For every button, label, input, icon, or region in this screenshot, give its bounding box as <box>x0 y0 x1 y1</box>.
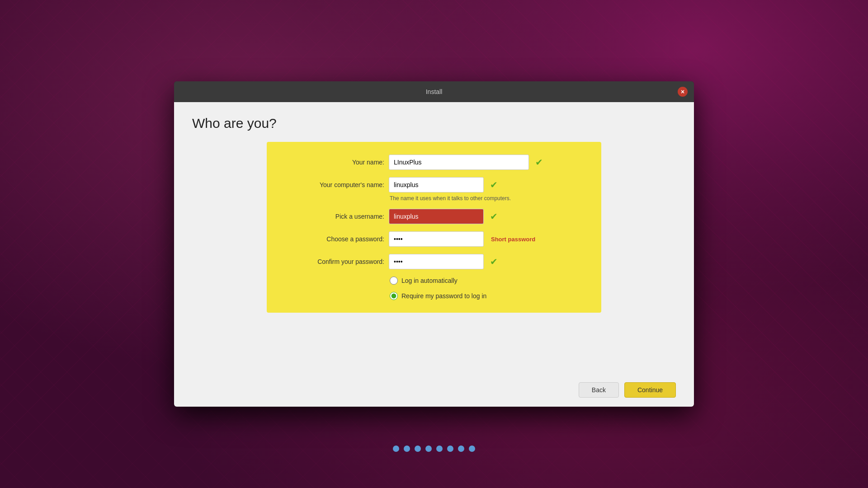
computer-name-row: Your computer's name: ✔ <box>294 177 574 192</box>
progress-dot-6 <box>447 446 453 452</box>
bottom-bar: Back Continue <box>192 373 676 398</box>
progress-dot-2 <box>404 446 410 452</box>
titlebar: Install × <box>174 81 694 102</box>
username-input[interactable] <box>389 209 484 224</box>
computer-name-label: Your computer's name: <box>294 181 384 188</box>
confirm-password-row: Confirm your password: ✔ <box>294 254 574 269</box>
username-check-icon: ✔ <box>490 211 498 222</box>
confirm-password-input[interactable] <box>389 254 484 269</box>
continue-button[interactable]: Continue <box>624 382 676 398</box>
password-input[interactable] <box>389 231 484 247</box>
progress-dot-8 <box>469 446 475 452</box>
name-label: Your name: <box>294 159 384 166</box>
back-button[interactable]: Back <box>579 382 619 398</box>
progress-dot-1 <box>393 446 399 452</box>
require-password-radio[interactable] <box>390 292 398 300</box>
auto-login-row: Log in automatically <box>390 277 574 285</box>
password-row: Choose a password: Short password <box>294 231 574 247</box>
auto-login-radio[interactable] <box>390 277 398 285</box>
computer-name-hint: The name it uses when it talks to other … <box>390 195 574 202</box>
username-label: Pick a username: <box>294 213 384 220</box>
progress-dot-3 <box>415 446 421 452</box>
progress-dots <box>393 446 475 452</box>
progress-dot-4 <box>425 446 432 452</box>
window-title: Install <box>426 88 443 95</box>
short-password-warning: Short password <box>491 236 535 243</box>
computer-name-check-icon: ✔ <box>490 179 498 190</box>
name-input[interactable] <box>389 155 529 170</box>
install-window: Install × Who are you? Your name: ✔ Your… <box>174 81 694 407</box>
confirm-password-label: Confirm your password: <box>294 258 384 265</box>
require-password-row: Require my password to log in <box>390 292 574 300</box>
close-button[interactable]: × <box>678 87 688 97</box>
auto-login-label[interactable]: Log in automatically <box>401 277 458 284</box>
content-area: Who are you? Your name: ✔ Your computer'… <box>174 102 694 407</box>
progress-dot-5 <box>436 446 443 452</box>
confirm-check-icon: ✔ <box>490 256 498 267</box>
username-row: Pick a username: ✔ <box>294 209 574 224</box>
computer-name-input[interactable] <box>389 177 484 192</box>
password-label: Choose a password: <box>294 235 384 243</box>
progress-dot-7 <box>458 446 464 452</box>
form-panel: Your name: ✔ Your computer's name: ✔ The… <box>267 142 601 313</box>
name-check-icon: ✔ <box>535 157 543 168</box>
require-password-label[interactable]: Require my password to log in <box>401 292 486 300</box>
name-row: Your name: ✔ <box>294 155 574 170</box>
page-title: Who are you? <box>192 116 676 131</box>
